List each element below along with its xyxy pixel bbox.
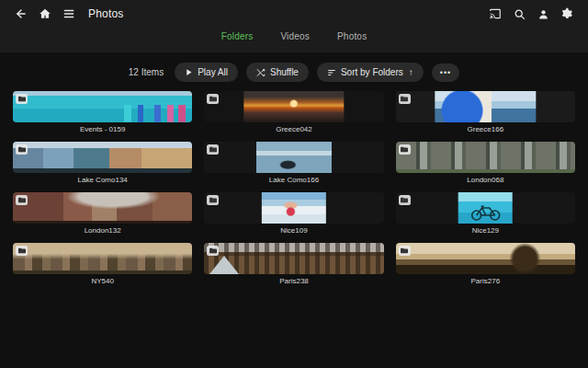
- cast-button[interactable]: [485, 4, 505, 24]
- toolbar: 12 Items Play All Shuffle Sort by Folder…: [0, 63, 588, 82]
- folder-tile[interactable]: Nice109: [204, 192, 383, 235]
- tile-label: Nice109: [204, 226, 383, 235]
- back-button[interactable]: [11, 4, 31, 24]
- back-icon: [15, 7, 28, 20]
- folder-tile[interactable]: Greece042: [204, 91, 383, 133]
- tile-label: Paris238: [204, 277, 383, 285]
- tile-label: Paris276: [396, 277, 575, 285]
- tabs-bar: Folders Videos Photos: [0, 28, 588, 49]
- folder-icon: [399, 195, 411, 205]
- folder-tile[interactable]: NY540: [13, 243, 192, 285]
- shuffle-label: Shuffle: [270, 67, 299, 77]
- tile-label: Lake Como166: [204, 176, 383, 184]
- tile-thumbnail: [396, 192, 575, 224]
- tile-label: Greece042: [204, 125, 383, 133]
- sort-icon: [327, 68, 336, 77]
- user-button[interactable]: [533, 4, 553, 24]
- settings-button[interactable]: [557, 4, 577, 24]
- shuffle-icon: [256, 68, 266, 77]
- folder-tile[interactable]: London068: [396, 142, 575, 184]
- more-button[interactable]: •••: [432, 63, 459, 82]
- tile-thumbnail: [13, 142, 192, 173]
- play-all-button[interactable]: Play All: [175, 63, 238, 82]
- app-bar: Photos: [0, 0, 588, 28]
- folder-tile[interactable]: Paris238: [204, 243, 383, 285]
- folder-tile[interactable]: Lake Como166: [204, 142, 383, 184]
- more-icon: •••: [440, 68, 451, 77]
- tile-thumbnail: [13, 91, 192, 122]
- tile-label: London132: [13, 226, 192, 235]
- folder-icon: [207, 195, 219, 205]
- tile-label: London068: [396, 176, 575, 184]
- menu-button[interactable]: [59, 4, 79, 24]
- tab-folders[interactable]: Folders: [220, 29, 255, 43]
- tile-thumbnail: [204, 192, 383, 224]
- tile-label: Events - 0159: [13, 125, 192, 133]
- tile-thumbnail: [13, 192, 192, 224]
- tile-thumbnail: [396, 243, 575, 274]
- folder-icon: [399, 144, 411, 155]
- folder-tile[interactable]: Greece166: [396, 91, 575, 133]
- tile-label: Lake Como134: [13, 176, 192, 184]
- folder-icon: [16, 94, 28, 104]
- sort-button[interactable]: Sort by Folders ↑: [317, 63, 424, 82]
- shuffle-button[interactable]: Shuffle: [246, 63, 309, 82]
- bicycle-silhouette: [469, 204, 501, 221]
- folder-icon: [207, 94, 219, 104]
- photo-crop: [458, 192, 513, 224]
- tile-thumbnail: [204, 142, 383, 173]
- folder-icon: [16, 246, 28, 256]
- cast-icon: [489, 7, 502, 20]
- folder-icon: [399, 94, 411, 104]
- settings-icon: [560, 7, 573, 20]
- sort-label: Sort by Folders: [341, 67, 403, 77]
- tab-photos[interactable]: Photos: [335, 29, 368, 43]
- folder-icon: [16, 144, 28, 155]
- folder-tile[interactable]: Lake Como134: [13, 142, 192, 184]
- home-icon: [39, 7, 51, 20]
- tile-thumbnail: [396, 142, 575, 173]
- folder-icon: [207, 246, 219, 256]
- folder-tile[interactable]: Nice129: [396, 192, 575, 235]
- folder-icon: [207, 144, 219, 155]
- search-icon: [514, 8, 526, 20]
- folder-icon: [16, 195, 28, 205]
- tile-label: Greece166: [396, 125, 575, 133]
- tile-label: NY540: [13, 277, 192, 285]
- tile-thumbnail: [204, 91, 383, 122]
- folder-tile[interactable]: London132: [13, 192, 192, 235]
- tile-thumbnail: [396, 91, 575, 122]
- play-all-label: Play All: [198, 67, 228, 77]
- photo-crop: [243, 91, 344, 122]
- home-button[interactable]: [35, 4, 55, 24]
- play-icon: [185, 68, 193, 76]
- folder-tile[interactable]: Events - 0159: [13, 91, 192, 133]
- photo-crop: [262, 192, 326, 224]
- page-title: Photos: [88, 7, 124, 20]
- photo-crop: [256, 142, 332, 173]
- folder-tile[interactable]: Paris276: [396, 243, 575, 285]
- item-count: 12 Items: [129, 67, 164, 77]
- top-block: Photos Folders Videos Photos: [0, 0, 588, 52]
- tab-videos[interactable]: Videos: [278, 29, 311, 43]
- sort-direction-arrow: ↑: [409, 67, 413, 77]
- folder-grid: Events - 0159 Greece042 Greece166 Lake C…: [0, 91, 588, 285]
- user-icon: [537, 8, 549, 20]
- tile-thumbnail: [204, 243, 383, 274]
- tile-thumbnail: [13, 243, 192, 274]
- menu-icon: [62, 7, 75, 20]
- photo-crop: [435, 91, 536, 122]
- tile-label: Nice129: [396, 226, 575, 235]
- folder-icon: [399, 246, 411, 256]
- search-button[interactable]: [509, 4, 529, 24]
